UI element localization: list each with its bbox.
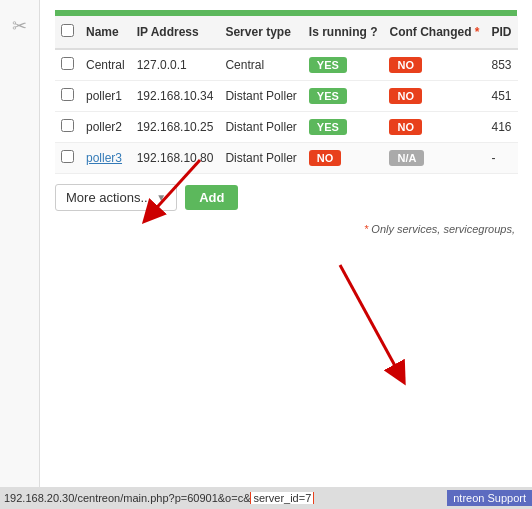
conf-changed-badge: N/A <box>389 150 424 166</box>
cell-conf-changed: NO <box>383 112 485 143</box>
cell-is-running: NO <box>303 143 384 174</box>
cell-ip: 127.0.0.1 <box>131 49 220 81</box>
footnote-asterisk: * <box>364 223 368 235</box>
conf-changed-badge: NO <box>389 119 422 135</box>
cell-conf-changed: N/A <box>383 143 485 174</box>
table-row: poller2192.168.10.25Distant PollerYESNO4… <box>55 112 518 143</box>
col-server-type: Server type <box>219 16 302 49</box>
row-checkbox[interactable] <box>61 119 74 132</box>
cell-ip: 192.168.10.34 <box>131 81 220 112</box>
is-running-badge: NO <box>309 150 342 166</box>
col-ip: IP Address <box>131 16 220 49</box>
more-actions-label: More actions... <box>66 190 151 205</box>
cell-conf-changed: NO <box>383 49 485 81</box>
cell-name: poller1 <box>80 81 131 112</box>
tools-icon: ✂ <box>12 15 27 37</box>
url-prefix: 192.168.20.30/centreon/main.php?p=60901&… <box>4 492 250 504</box>
actions-row: More actions... ▼ Add <box>55 184 517 211</box>
is-running-badge: YES <box>309 57 347 73</box>
col-conf-changed: Conf Changed * <box>383 16 485 49</box>
sidebar: ✂ <box>0 0 40 509</box>
table-row: poller1192.168.10.34Distant PollerYESNO4… <box>55 81 518 112</box>
col-checkbox <box>55 16 80 49</box>
cell-server-type: Distant Poller <box>219 112 302 143</box>
cell-ip: 192.168.10.80 <box>131 143 220 174</box>
status-bar-url: 192.168.20.30/centreon/main.php?p=60901&… <box>0 492 447 504</box>
footnote: * Only services, servicegroups, <box>55 223 517 235</box>
col-pid: PID <box>485 16 517 49</box>
more-actions-button[interactable]: More actions... ▼ <box>55 184 177 211</box>
url-highlight: server_id=7 <box>250 492 314 504</box>
cell-ip: 192.168.10.25 <box>131 112 220 143</box>
cell-name[interactable]: poller3 <box>80 143 131 174</box>
is-running-badge: YES <box>309 88 347 104</box>
content-area: Name IP Address Server type Is running ?… <box>40 0 532 509</box>
row-checkbox[interactable] <box>61 57 74 70</box>
pollers-table: Name IP Address Server type Is running ?… <box>55 16 518 174</box>
chevron-down-icon: ▼ <box>156 192 166 203</box>
cell-is-running: YES <box>303 49 384 81</box>
cell-server-type: Distant Poller <box>219 81 302 112</box>
cell-server-type: Central <box>219 49 302 81</box>
is-running-badge: YES <box>309 119 347 135</box>
cell-name: Central <box>80 49 131 81</box>
col-name: Name <box>80 16 131 49</box>
cell-pid: 416 <box>485 112 517 143</box>
select-all-checkbox[interactable] <box>61 24 74 37</box>
cell-conf-changed: NO <box>383 81 485 112</box>
cell-server-type: Distant Poller <box>219 143 302 174</box>
cell-pid: - <box>485 143 517 174</box>
row-checkbox[interactable] <box>61 88 74 101</box>
col-is-running: Is running ? <box>303 16 384 49</box>
table-row: poller3192.168.10.80Distant PollerNON/A- <box>55 143 518 174</box>
cell-is-running: YES <box>303 112 384 143</box>
cell-is-running: YES <box>303 81 384 112</box>
row-checkbox[interactable] <box>61 150 74 163</box>
add-button[interactable]: Add <box>185 185 238 210</box>
support-label: ntreon Support <box>447 490 532 506</box>
table-row: Central127.0.0.1CentralYESNO853 <box>55 49 518 81</box>
status-bar: 192.168.20.30/centreon/main.php?p=60901&… <box>0 487 532 509</box>
conf-changed-badge: NO <box>389 88 422 104</box>
cell-name: poller2 <box>80 112 131 143</box>
cell-pid: 853 <box>485 49 517 81</box>
conf-changed-badge: NO <box>389 57 422 73</box>
cell-pid: 451 <box>485 81 517 112</box>
footnote-text: Only services, servicegroups, <box>371 223 515 235</box>
